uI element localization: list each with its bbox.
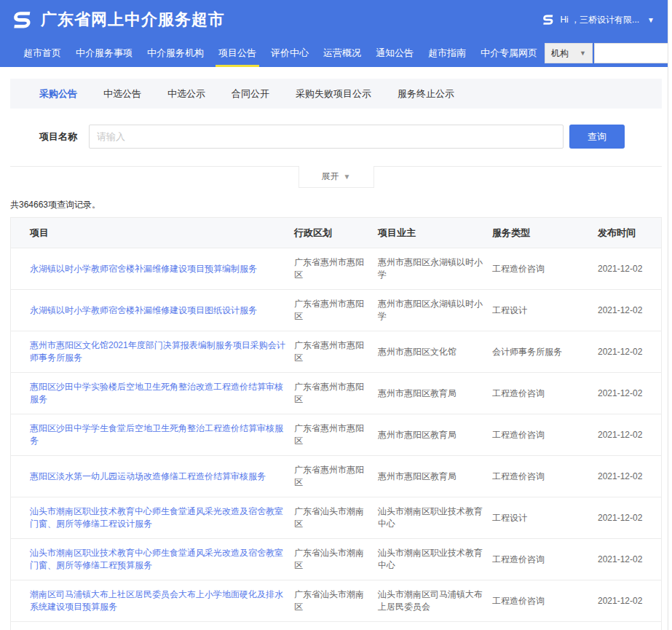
tab-selection-publicity[interactable]: 中选公示	[167, 87, 205, 101]
column-header-region: 行政区划	[294, 227, 378, 239]
expand-label: 展开	[322, 170, 339, 183]
browser-scrollbar[interactable]	[668, 0, 672, 630]
project-name-input[interactable]	[89, 125, 564, 149]
region-cell: 广东省惠州市惠阳区	[294, 256, 378, 281]
service-type-cell: 工程造价咨询	[492, 429, 598, 441]
publish-date-cell: 2021-12-02	[598, 595, 661, 607]
project-link[interactable]: 惠阳区沙田中学实验楼后空地卫生死角整治改造工程造价结算审核服务	[30, 382, 283, 404]
project-link[interactable]: 惠州市惠阳区文化馆2021年度部门决算报表编制服务项目采购会计师事务所服务	[30, 340, 285, 363]
project-name-label: 项目名称	[10, 130, 79, 143]
expand-button[interactable]: 展开 ▼	[299, 166, 374, 188]
result-count: 共364663项查询记录。	[10, 199, 662, 211]
tab-contract-disclosure[interactable]: 合同公开	[232, 87, 269, 101]
project-link[interactable]: 永湖镇以时小学教师宿舍楼补漏维修建设项目预算编制服务	[30, 264, 257, 274]
project-link[interactable]: 惠阳区沙田中学学生食堂后空地卫生死角整治工程造价结算审核服务	[30, 423, 283, 446]
main-content: 采购公告 中选公告 中选公示 合同公开 采购失败项目公示 服务终止公示 项目名称…	[10, 79, 662, 630]
tab-service-termination[interactable]: 服务终止公示	[398, 87, 454, 101]
service-type-cell: 工程造价咨询	[492, 263, 598, 275]
main-nav: 超市首页 中介服务事项 中介服务机构 项目公告 评价中心 运营概况 通知公告 超…	[0, 39, 672, 67]
search-category-value: 机构	[551, 47, 569, 60]
table-row: 潮南区司马浦镇大布上社区居民委员会大布上小学地面硬化及排水系统建设项目预算服务 …	[11, 580, 661, 621]
region-cell: 广东省汕头市潮南区	[294, 505, 378, 530]
tab-procurement-announcement[interactable]: 采购公告	[39, 87, 77, 101]
column-header-owner: 项目业主	[378, 227, 492, 239]
service-type-cell: 工程造价咨询	[492, 554, 598, 566]
service-type-cell: 工程设计	[492, 304, 598, 317]
publish-date-cell: 2021-12-02	[598, 554, 661, 566]
owner-cell: 惠州市惠阳区教育局	[378, 387, 492, 400]
project-link[interactable]: 潮南区司马浦镇大布上社区居民委员会大布上小学地面硬化及排水系统建设项目预算服务	[30, 589, 283, 612]
region-cell: 广东省汕头市潮南区	[294, 547, 378, 572]
nav-item-notices[interactable]: 通知公告	[368, 39, 421, 67]
column-header-publish-date: 发布时间	[598, 227, 661, 239]
header-search-input[interactable]	[594, 43, 672, 63]
owner-cell: 惠州市惠阳区永湖镇以时小学	[378, 256, 492, 281]
service-type-cell: 工程造价咨询	[492, 595, 598, 607]
publish-date-cell: 2021-12-02	[598, 346, 661, 358]
publish-date-cell: 2021-12-02	[598, 263, 661, 275]
publish-date-cell: 2021-12-02	[598, 429, 661, 441]
user-greeting: Hi ，三桥设计有限...	[560, 14, 639, 26]
table-row: 惠阳区沙田中学实验楼后空地卫生死角整治改造工程造价结算审核服务 广东省惠州市惠阳…	[11, 372, 661, 414]
user-menu[interactable]: Hi ，三桥设计有限... ▼	[540, 12, 655, 27]
table-row: 永湖镇以时小学教师宿舍楼补漏维修建设项目预算编制服务 广东省惠州市惠阳区 惠州市…	[11, 248, 661, 289]
region-cell: 广东省惠州市惠阳区	[294, 339, 378, 364]
owner-cell: 汕头市潮南区司马浦镇大布上居民委员会	[378, 588, 492, 613]
owner-cell: 惠州市惠阳区文化馆	[378, 346, 492, 358]
region-cell: 广东省惠州市惠阳区	[294, 381, 378, 406]
table-row: 汕头市潮南区职业技术教育中心师生食堂通风采光改造及宿舍教室门窗、厕所等修缮工程设…	[11, 497, 661, 538]
nav-item-operation-overview[interactable]: 运营概况	[316, 39, 368, 67]
project-link[interactable]: 惠阳区淡水第一幼儿园运动场改造修缮工程造价结算审核服务	[30, 471, 266, 481]
region-cell: 广东省惠州市惠阳区	[294, 422, 378, 447]
owner-cell: 惠州市惠阳区教育局	[378, 429, 492, 441]
region-cell: 广东省汕头市潮南区	[294, 588, 378, 613]
nav-item-agency-pages[interactable]: 中介专属网页	[473, 39, 545, 67]
tab-failed-procurement[interactable]: 采购失败项目公示	[296, 87, 371, 101]
chevron-down-icon: ▼	[344, 173, 351, 181]
announcement-tabs: 采购公告 中选公告 中选公示 合同公开 采购失败项目公示 服务终止公示	[10, 79, 662, 109]
column-header-project: 项目	[30, 227, 294, 239]
site-logo-icon	[9, 7, 33, 32]
page-title: 广东省网上中介服务超市	[41, 9, 225, 31]
project-link[interactable]: 汕头市潮南区职业技术教育中心师生食堂通风采光改造及宿舍教室门窗、厕所等修缮工程设…	[30, 506, 283, 529]
region-cell: 广东省惠州市惠阳区	[294, 298, 378, 323]
table-row: 永湖镇以时小学教师宿舍楼补漏维修建设项目图纸设计服务 广东省惠州市惠阳区 惠州市…	[11, 289, 661, 331]
owner-cell: 汕头市潮南区职业技术教育中心	[378, 505, 492, 530]
nav-item-project-announcements[interactable]: 项目公告	[211, 39, 264, 67]
owner-cell: 汕头市潮南区职业技术教育中心	[378, 547, 492, 572]
table-row: 惠阳区沙田中学学生食堂后空地卫生死角整治工程造价结算审核服务 广东省惠州市惠阳区…	[11, 414, 661, 455]
site-header: 广东省网上中介服务超市 Hi ，三桥设计有限... ▼ 超市首页 中介服务事项 …	[0, 0, 672, 67]
service-type-cell: 工程造价咨询	[492, 387, 598, 400]
nav-item-agencies[interactable]: 中介服务机构	[140, 39, 211, 67]
owner-cell: 惠州市惠阳区永湖镇以时小学	[378, 298, 492, 323]
table-header-row: 项目 行政区划 项目业主 服务类型 发布时间	[11, 218, 661, 248]
tab-selection-announcement[interactable]: 中选公告	[103, 87, 141, 101]
table-row: 惠州市惠阳区文化馆2021年度部门决算报表编制服务项目采购会计师事务所服务 广东…	[11, 331, 661, 372]
service-type-cell: 工程设计	[492, 512, 598, 524]
service-type-cell: 会计师事务所服务	[492, 346, 598, 358]
table-row: 惠阳区淡水第一幼儿园运动场改造修缮工程造价结算审核服务 广东省惠州市惠阳区 惠州…	[11, 455, 661, 497]
nav-item-service-items[interactable]: 中介服务事项	[68, 39, 140, 67]
publish-date-cell: 2021-12-02	[598, 304, 661, 317]
expand-row: 展开 ▼	[10, 167, 662, 189]
nav-item-guide[interactable]: 超市指南	[421, 39, 473, 67]
nav-item-home[interactable]: 超市首页	[16, 39, 68, 67]
user-logo-icon	[540, 12, 555, 27]
table-row: 潮南区司马浦镇大布上社区居民委员会大布上小学地面硬化及排水系统建设项目施工图纸设…	[11, 621, 661, 630]
project-link[interactable]: 永湖镇以时小学教师宿舍楼补漏维修建设项目图纸设计服务	[30, 305, 257, 315]
select-caret-icon: ▼	[580, 50, 586, 57]
table-row: 汕头市潮南区职业技术教育中心师生食堂通风采光改造及宿舍教室门窗、厕所等修缮工程预…	[11, 538, 661, 580]
results-table: 项目 行政区划 项目业主 服务类型 发布时间 永湖镇以时小学教师宿舍楼补漏维修建…	[10, 217, 662, 630]
publish-date-cell: 2021-12-02	[598, 512, 661, 524]
project-link[interactable]: 汕头市潮南区职业技术教育中心师生食堂通风采光改造及宿舍教室门窗、厕所等修缮工程预…	[30, 548, 283, 570]
owner-cell: 惠州市惠阳区教育局	[378, 470, 492, 483]
chevron-down-icon: ▼	[647, 16, 655, 24]
search-category-select[interactable]: 机构 ▼	[545, 43, 593, 63]
region-cell: 广东省惠州市惠阳区	[294, 464, 378, 489]
header-top-row: 广东省网上中介服务超市 Hi ，三桥设计有限... ▼	[0, 0, 672, 39]
nav-item-evaluation-center[interactable]: 评价中心	[264, 39, 316, 67]
header-search-group: 机构 ▼	[545, 39, 672, 67]
query-button[interactable]: 查询	[569, 125, 625, 149]
service-type-cell: 工程造价咨询	[492, 470, 598, 483]
publish-date-cell: 2021-12-02	[598, 387, 661, 400]
